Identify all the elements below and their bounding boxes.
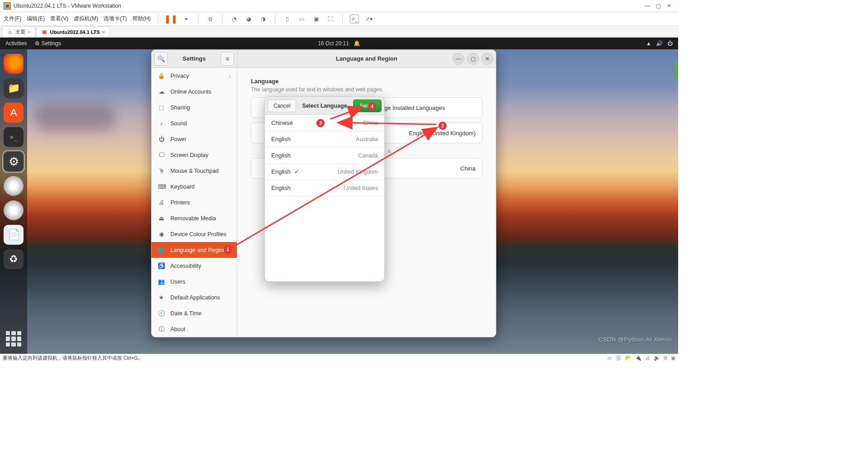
- status-device-icon[interactable]: ⧉: [664, 355, 667, 361]
- clock[interactable]: 16 Oct 20:11: [318, 40, 349, 47]
- status-device-icon[interactable]: 🖨: [645, 355, 650, 361]
- sidebar-item-mouse-touchpad[interactable]: 🖱Mouse & Touchpad: [151, 163, 237, 179]
- view-single-icon[interactable]: ▯: [283, 14, 292, 24]
- close-icon[interactable]: ×: [28, 29, 30, 35]
- menu-help[interactable]: 帮助(H): [132, 15, 151, 23]
- gear-icon: ⚙: [35, 40, 40, 47]
- tab-vm[interactable]: ▣ Ubuntu2022.04.1 LTS ×: [36, 26, 110, 37]
- menu-file[interactable]: 文件(F): [4, 15, 21, 23]
- sidebar-item-privacy[interactable]: 🔒Privacy›: [151, 68, 237, 84]
- topbar-app-indicator[interactable]: ⚙ Settings: [35, 40, 61, 47]
- language-region: Australia: [356, 136, 378, 142]
- language-name: English: [271, 152, 291, 159]
- sidebar-item-sound[interactable]: ♪Sound: [151, 115, 237, 131]
- search-icon: 🔍: [157, 55, 165, 62]
- language-region: China: [363, 120, 378, 126]
- sidebar-item-screen-display[interactable]: 🖵Screen Display: [151, 147, 237, 163]
- vmware-statusbar: 要将输入定向到该虚拟机，请将鼠标指针移入其中或按 Ctrl+G。 ▭ 💿 📂 🔌…: [0, 354, 678, 362]
- view-unity-icon[interactable]: ▣: [311, 14, 321, 24]
- sidebar-item-label: Power: [170, 136, 186, 142]
- language-option[interactable]: English✓United Kingdom: [265, 164, 384, 180]
- close-icon[interactable]: ×: [102, 29, 105, 35]
- sidebar-item-icon: ⬚: [158, 104, 165, 111]
- show-applications-button[interactable]: [6, 331, 21, 347]
- sidebar-item-removable-media[interactable]: ⏏Removable Media: [151, 210, 237, 226]
- search-button[interactable]: 🔍: [154, 52, 168, 66]
- language-option[interactable]: EnglishCanada: [265, 147, 384, 164]
- chevron-right-icon: ›: [229, 73, 231, 79]
- send-ctrlaltdel-icon[interactable]: ⧉: [206, 14, 215, 24]
- status-device-icon[interactable]: 📂: [625, 355, 632, 361]
- vmware-side-handle[interactable]: [675, 62, 678, 79]
- activities-button[interactable]: Activities: [5, 40, 27, 47]
- dock-disc2[interactable]: [4, 200, 24, 220]
- dock-files[interactable]: 📁: [4, 78, 24, 98]
- maximize-button[interactable]: ▢: [653, 3, 664, 9]
- dock-trash[interactable]: ♻: [4, 249, 24, 269]
- language-option[interactable]: ChineseChina: [265, 115, 384, 131]
- status-device-icon[interactable]: 💿: [615, 355, 622, 361]
- snapshot-take-icon[interactable]: ◔: [230, 14, 239, 24]
- network-icon[interactable]: ▲: [646, 40, 651, 47]
- sidebar-item-icon: ♿: [158, 262, 165, 269]
- status-device-icon[interactable]: ▣: [671, 355, 675, 361]
- hamburger-button[interactable]: ≡: [221, 52, 234, 66]
- select-button[interactable]: Select: [353, 100, 382, 112]
- sidebar-item-icon: ⌨: [158, 183, 165, 190]
- sidebar-item-power[interactable]: ⏻Power: [151, 131, 237, 147]
- sidebar-item-label: Online Accounts: [170, 89, 211, 95]
- status-device-icon[interactable]: 🔊: [654, 355, 660, 361]
- sidebar-item-icon: ★: [158, 294, 165, 301]
- dock-disc1[interactable]: [4, 176, 24, 196]
- sidebar-item-online-accounts[interactable]: ☁Online Accounts: [151, 84, 237, 100]
- language-option[interactable]: EnglishAustralia: [265, 131, 384, 147]
- dock-software[interactable]: A: [4, 103, 24, 123]
- language-name: English: [271, 185, 291, 191]
- sidebar-item-sharing[interactable]: ⬚Sharing: [151, 100, 237, 115]
- snapshot-revert-icon[interactable]: ◕: [244, 14, 253, 24]
- menu-tabs[interactable]: 选项卡(T): [104, 15, 127, 23]
- sidebar-item-users[interactable]: 👥Users: [151, 274, 237, 290]
- cancel-button[interactable]: Cancel: [268, 100, 296, 112]
- menu-edit[interactable]: 编辑(E): [27, 15, 45, 23]
- volume-icon[interactable]: 🔊: [656, 40, 663, 47]
- menu-vm[interactable]: 虚拟机(M): [74, 15, 98, 23]
- window-minimize-button[interactable]: —: [453, 53, 464, 65]
- menu-view[interactable]: 查看(V): [50, 15, 68, 23]
- vm-icon: ▣: [41, 29, 47, 35]
- sidebar-item-icon: ◉: [158, 231, 165, 237]
- stretch-icon[interactable]: ⤢▾: [364, 14, 373, 24]
- status-device-icon[interactable]: ▭: [607, 355, 612, 361]
- sidebar-item-date-time[interactable]: 🕘Date & Time: [151, 305, 237, 321]
- sidebar-item-label: Sound: [170, 120, 187, 127]
- window-close-button[interactable]: ✕: [481, 53, 493, 65]
- view-fullscreen-icon[interactable]: ⛶: [326, 14, 335, 24]
- window-maximize-button[interactable]: ▢: [467, 53, 479, 65]
- dock-texteditor[interactable]: 📄: [4, 225, 24, 245]
- dock-terminal[interactable]: >_: [4, 127, 24, 147]
- sidebar-item-accessibility[interactable]: ♿Accessibility: [151, 258, 237, 274]
- dock-settings[interactable]: ⚙: [4, 152, 24, 171]
- sidebar-item-about[interactable]: ⓘAbout: [151, 321, 237, 337]
- language-region: United Kingdom: [338, 169, 378, 175]
- close-button[interactable]: ✕: [664, 3, 675, 9]
- sidebar-item-icon: 🖱: [158, 167, 165, 174]
- view-multi-icon[interactable]: ▭: [297, 14, 306, 24]
- vmware-menubar: 文件(F) 编辑(E) 查看(V) 虚拟机(M) 选项卡(T) 帮助(H) ❚❚…: [0, 12, 678, 26]
- console-icon[interactable]: >_: [350, 14, 359, 24]
- status-device-icon[interactable]: 🔌: [635, 355, 642, 361]
- power-icon[interactable]: ⏻: [667, 40, 673, 47]
- language-option[interactable]: EnglishUnited States: [265, 180, 384, 196]
- notification-icon[interactable]: 🔔: [354, 40, 360, 47]
- sidebar-item-keyboard[interactable]: ⌨Keyboard: [151, 179, 237, 195]
- tab-home[interactable]: ⌂ 主页 ×: [2, 26, 35, 37]
- snapshot-manage-icon[interactable]: ◑: [259, 14, 268, 24]
- dropdown-icon[interactable]: ▾: [182, 14, 191, 24]
- sidebar-item-printers[interactable]: 🖨Printers: [151, 195, 237, 210]
- dialog-title: Select Language: [296, 103, 353, 109]
- sidebar-item-default-applications[interactable]: ★Default Applications: [151, 290, 237, 305]
- pause-icon[interactable]: ❚❚: [166, 14, 175, 24]
- dock-firefox[interactable]: [4, 54, 24, 74]
- sidebar-item-device-colour-profiles[interactable]: ◉Device Colour Profiles: [151, 226, 237, 242]
- minimize-button[interactable]: —: [642, 3, 653, 9]
